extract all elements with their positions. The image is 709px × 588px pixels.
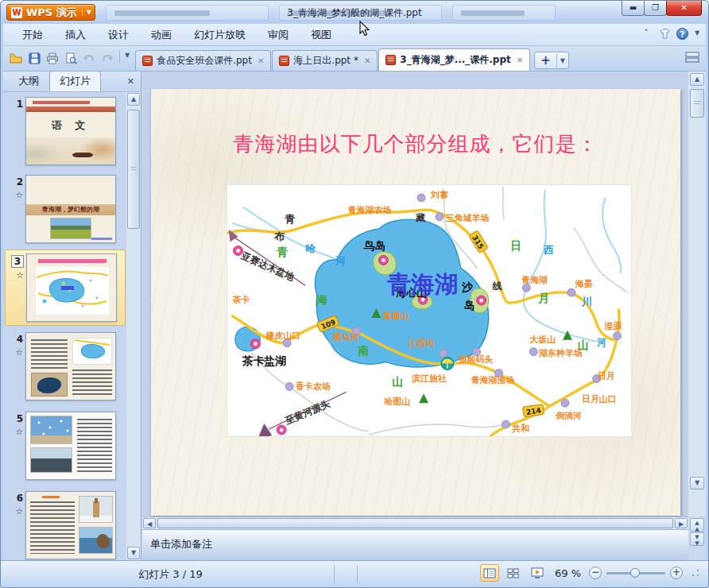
scroll-right-icon[interactable]: ▶ <box>675 518 688 528</box>
vertical-scrollbar[interactable]: ▲ ▼ <box>688 72 706 516</box>
scrollbar-thumb[interactable] <box>127 110 140 229</box>
slide-thumbnail-3-selected[interactable]: 3☆ <box>5 250 126 326</box>
zoom-in-button[interactable]: + <box>670 567 683 579</box>
slide-3-preview[interactable] <box>26 253 117 322</box>
statusbar: 幻灯片 3 / 19 69 % − + <box>1 560 708 587</box>
slide-thumbnail-list: 1 语 文 2☆ 青海湖，梦幻般的湖 3☆ <box>3 92 126 560</box>
map-label: 茶卡盐湖 <box>242 354 286 367</box>
titlebar: W WPS 演示 ▼ 3_青海湖_梦幻般的湖_课件.ppt ▬ ❐ ✕ <box>1 1 708 24</box>
slide-number: 6 <box>17 493 23 504</box>
menu-item[interactable]: 设计 <box>97 25 140 45</box>
redo-icon[interactable] <box>99 51 115 67</box>
zoom-slider[interactable] <box>606 572 665 574</box>
document-tabbar: ▼ 食品安全班会课件.ppt✕海上日出.ppt *✕3_青海湖_梦..._课件.… <box>3 46 706 72</box>
tab-slides[interactable]: 幻灯片 <box>49 71 101 91</box>
qinghai-lake-map[interactable]: 315109214青布哈河藏线鸟岛海心山沙岛茶卡盐湖青海南山日月山西川河青海湖农… <box>227 184 632 437</box>
slide-title[interactable]: 青海湖由以下几个部分组成，它们是： <box>151 130 680 158</box>
slideshow-button[interactable] <box>528 564 547 582</box>
tab-close-icon[interactable]: ✕ <box>517 56 523 64</box>
map-label: 游船码头 <box>458 354 494 365</box>
slide-thumbnail-5[interactable]: 5☆ <box>5 408 126 485</box>
scroll-down-icon[interactable]: ▼ <box>127 547 140 559</box>
document-tab[interactable]: 食品安全班会课件.ppt✕ <box>135 50 271 71</box>
open-file-icon[interactable] <box>8 51 24 67</box>
menu-item[interactable]: 动画 <box>140 25 183 45</box>
maximize-button[interactable]: ❐ <box>644 1 667 16</box>
tab-close-icon[interactable]: ✕ <box>258 56 264 65</box>
settlement-dot <box>614 332 622 340</box>
slide-edit-area: 青海湖由以下几个部分组成，它们是： <box>142 72 688 516</box>
slide-thumbnail-2[interactable]: 2☆ 青海湖，梦幻般的湖 <box>5 172 126 248</box>
new-tab-button[interactable]: + ▼ <box>534 52 569 69</box>
zoom-out-button[interactable]: − <box>589 567 602 579</box>
undo-icon[interactable] <box>81 51 97 67</box>
quick-access-toolbar: ▼ <box>3 50 135 71</box>
menu-item[interactable]: 视图 <box>300 25 343 45</box>
animation-star-icon: ☆ <box>5 427 23 437</box>
new-tab-caret-icon[interactable]: ▼ <box>557 57 568 64</box>
notes-pane[interactable]: 单击添加备注 <box>142 529 688 560</box>
slide-1-preview[interactable]: 语 文 <box>25 97 116 165</box>
help-caret-icon[interactable]: ▼ <box>693 26 701 41</box>
scrollbar-thumb[interactable] <box>157 518 673 528</box>
scroll-up-icon[interactable]: ▲ <box>690 73 704 86</box>
horizontal-scrollbar[interactable]: ◀ ▶ <box>142 516 688 529</box>
print-preview-icon[interactable] <box>63 51 79 67</box>
slide-thumbnail-6[interactable]: 6☆ <box>5 488 126 560</box>
slide-5-preview[interactable] <box>25 412 116 480</box>
menubar: 开始插入设计动画幻灯片放映审阅视图 ˅ ? ▼ <box>3 24 706 46</box>
arrange-windows-icon[interactable] <box>685 51 699 66</box>
thumb-text-block <box>72 369 112 397</box>
print-icon[interactable] <box>45 51 60 67</box>
window-title: 3_青海湖_梦幻般的湖_课件.ppt <box>1 6 708 20</box>
next-slide-button[interactable]: ▼▼ <box>690 532 704 546</box>
zoom-slider-handle[interactable] <box>630 568 640 578</box>
settlement-dot <box>436 213 444 221</box>
help-icon[interactable]: ? <box>676 28 688 40</box>
slide-canvas[interactable]: 青海湖由以下几个部分组成，它们是： <box>151 89 680 516</box>
menu-item[interactable]: 插入 <box>54 25 97 45</box>
save-icon[interactable] <box>26 51 42 67</box>
customize-toolbar-caret-icon[interactable]: ▼ <box>124 52 132 65</box>
slide-thumbnail-4[interactable]: 4☆ <box>5 329 126 405</box>
tab-outline[interactable]: 大纲 <box>8 71 49 91</box>
close-button[interactable]: ✕ <box>666 1 702 16</box>
map-label: 南 <box>358 344 370 357</box>
menu-item[interactable]: 幻灯片放映 <box>183 25 257 45</box>
slide-sorter-view-button[interactable] <box>504 564 523 582</box>
thumb-heading-line <box>42 496 60 498</box>
minimize-button[interactable]: ▬ <box>622 1 645 16</box>
settlement-dot <box>568 288 575 296</box>
menu-item[interactable]: 开始 <box>11 25 54 45</box>
slide-thumbnail-1[interactable]: 1 语 文 <box>5 94 126 170</box>
document-tab[interactable]: 海上日出.ppt *✕ <box>272 50 378 71</box>
skin-shirt-icon[interactable] <box>658 28 672 40</box>
scenic-marker-center <box>280 428 284 432</box>
slide-2-preview[interactable]: 青海湖，梦幻般的湖 <box>25 175 116 243</box>
scrollbar-thumb[interactable] <box>690 89 704 118</box>
map-label: 香卡农场 <box>295 381 331 392</box>
map-label: 岛 <box>464 299 475 311</box>
scroll-up-icon[interactable]: ▲ <box>127 93 140 106</box>
map-label: 刘寨 <box>430 190 449 200</box>
slide-4-preview[interactable] <box>25 332 116 400</box>
collapse-ribbon-icon[interactable]: ˅ <box>639 26 653 41</box>
map-label: 线 <box>491 280 502 292</box>
scroll-down-icon[interactable]: ▼ <box>690 477 704 489</box>
map-label: 倒淌河 <box>555 411 582 421</box>
previous-slide-button[interactable]: ▲▲ <box>690 518 704 532</box>
normal-view-button[interactable] <box>480 564 499 582</box>
sidebar-scrollbar[interactable]: ▲ ▼ <box>126 92 141 560</box>
panel-close-icon[interactable]: ✕ <box>127 76 134 87</box>
scenic-marker-center <box>479 299 483 303</box>
scroll-left-icon[interactable]: ◀ <box>143 518 156 528</box>
slide-number: 5 <box>17 413 23 424</box>
new-tab-plus-icon[interactable]: + <box>535 53 557 68</box>
slide-6-preview[interactable] <box>25 491 116 559</box>
document-tab[interactable]: 3_青海湖_梦..._课件.ppt✕ <box>378 48 530 71</box>
map-label: 鸟岛 <box>364 239 386 252</box>
menu-item[interactable]: 审阅 <box>257 25 300 45</box>
map-label: 海晏 <box>575 279 593 289</box>
tab-close-icon[interactable]: ✕ <box>364 56 370 65</box>
settlement-dot <box>561 399 569 407</box>
